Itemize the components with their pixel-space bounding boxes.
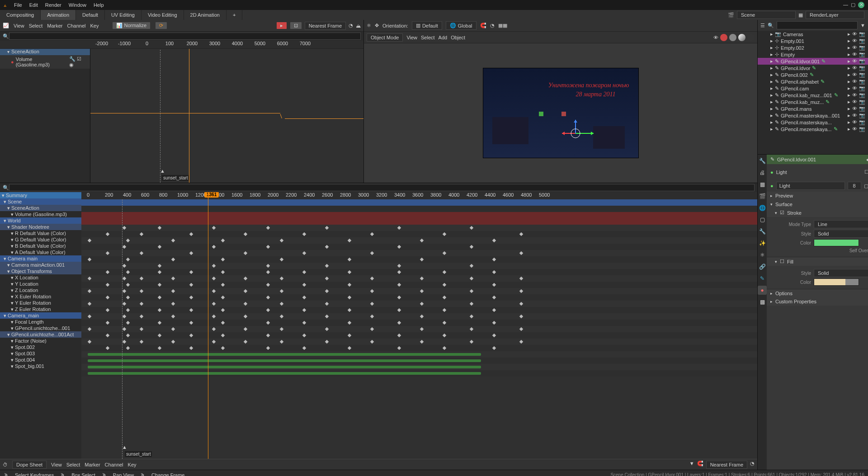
editor-type-icon[interactable]: ⏱ — [3, 462, 8, 467]
keyframe[interactable] — [123, 340, 126, 344]
track-row[interactable] — [81, 282, 757, 288]
outliner-item[interactable]: ▸✎GPencil.masterskaya...001▸👁📷 — [758, 112, 868, 119]
ds-channel[interactable]: ▾Focal Length — [0, 319, 81, 325]
proportional-icon[interactable]: ◔ — [490, 23, 495, 28]
panel-fill[interactable]: ▾☐ Fill — [767, 257, 868, 266]
keyframe[interactable] — [212, 245, 216, 249]
outliner-item[interactable]: ▸✎GPencil.mans▸👁📷 — [758, 105, 868, 112]
keyframe[interactable] — [88, 277, 91, 280]
maximize-icon[interactable]: ▢ — [851, 2, 855, 8]
outliner-item[interactable]: ▸⊹Empty.002▸👁📷 — [758, 44, 868, 51]
keyframe[interactable] — [244, 302, 247, 306]
keyframe[interactable] — [126, 346, 130, 350]
visibility-icon[interactable]: 👁 — [852, 45, 857, 51]
keyframe[interactable] — [106, 308, 109, 312]
restrict-select-icon[interactable]: ▸ — [848, 85, 850, 91]
keyframe[interactable] — [123, 315, 126, 318]
outliner-item[interactable]: ▸⊹Empty▸👁📷 — [758, 51, 868, 58]
ws-add[interactable]: + — [226, 10, 242, 20]
keyframe[interactable] — [397, 308, 401, 312]
track-row[interactable] — [81, 199, 757, 206]
ds-channel[interactable]: ▾SceneAction — [0, 205, 81, 211]
keyframe[interactable] — [158, 264, 161, 268]
keyframe[interactable] — [325, 226, 329, 230]
restrict-select-icon[interactable]: ▸ — [848, 72, 850, 78]
restrict-select-icon[interactable]: ▸ — [848, 79, 850, 85]
keyframe[interactable] — [244, 289, 247, 293]
editor-mode[interactable]: Dope Sheet — [12, 461, 47, 469]
keyframe[interactable] — [519, 340, 523, 344]
visibility-icon[interactable]: 👁 — [852, 58, 857, 64]
keyframe[interactable] — [420, 315, 424, 318]
keyframe[interactable] — [348, 346, 351, 350]
track-row[interactable] — [81, 250, 757, 256]
keyframe[interactable] — [126, 334, 130, 337]
keyframe[interactable] — [266, 346, 270, 350]
restrict-render-icon[interactable]: 📷 — [859, 126, 865, 132]
keyframe[interactable] — [189, 296, 193, 299]
track-row[interactable] — [81, 313, 757, 320]
snap-icon[interactable]: 🧲 — [480, 23, 486, 28]
keyframe[interactable] — [189, 251, 193, 255]
keyframe[interactable] — [420, 289, 424, 293]
outliner-search[interactable] — [777, 21, 858, 29]
fill-style-dropdown[interactable]: Solid — [814, 269, 868, 277]
keyframe[interactable] — [325, 327, 329, 331]
track-row[interactable] — [81, 320, 757, 326]
keyframe[interactable] — [123, 302, 126, 306]
track-row[interactable] — [81, 231, 757, 237]
keyframe[interactable] — [189, 270, 193, 274]
keyframe[interactable] — [519, 302, 523, 306]
track-row[interactable] — [81, 244, 757, 250]
ws-default[interactable]: Default — [76, 10, 105, 20]
marker-icon[interactable]: ▲ — [122, 444, 127, 450]
ws-2d[interactable]: 2D Animation — [184, 10, 226, 20]
keyframe[interactable] — [266, 321, 270, 325]
keyframe[interactable] — [420, 340, 424, 344]
track-row[interactable] — [81, 269, 757, 275]
keyframe[interactable] — [370, 251, 374, 255]
keyframe[interactable] — [212, 277, 216, 280]
restrict-render-icon[interactable]: 📷 — [859, 38, 865, 44]
track-row[interactable] — [81, 364, 757, 370]
restrict-render-icon[interactable]: 📷 — [859, 106, 865, 112]
keyframe[interactable] — [212, 289, 216, 293]
keyframe[interactable] — [158, 283, 161, 287]
keyframe[interactable] — [244, 327, 247, 331]
vp-menu-select[interactable]: Select — [421, 35, 435, 40]
keyframe[interactable] — [302, 232, 306, 236]
keyframe[interactable] — [302, 346, 306, 350]
menu-window[interactable]: Window — [69, 2, 86, 8]
track-row[interactable] — [81, 237, 757, 244]
prop-tab-texture[interactable]: ▩ — [758, 297, 767, 306]
stroke-style-dropdown[interactable]: Solid — [814, 230, 868, 238]
track-row[interactable] — [81, 275, 757, 282]
restrict-select-icon[interactable]: ▸ — [848, 38, 850, 44]
ds-menu-view[interactable]: View — [51, 462, 62, 467]
keyframe[interactable] — [158, 346, 161, 350]
ws-uv[interactable]: UV Editing — [105, 10, 142, 20]
ds-channel[interactable]: ▾R Default Value (Color) — [0, 230, 81, 236]
keyframe[interactable] — [325, 245, 329, 249]
keyframe[interactable] — [158, 226, 161, 230]
keyframe[interactable] — [492, 258, 496, 261]
mode-type-dropdown[interactable]: Line — [814, 220, 868, 228]
keyframe[interactable] — [106, 334, 109, 337]
outliner-item[interactable]: ▸✎GPencil.alphabet✎▸👁📷 — [758, 78, 868, 85]
restrict-render-icon[interactable]: 📷 — [859, 31, 865, 37]
vp-menu-view[interactable]: View — [406, 35, 417, 40]
track-row[interactable] — [81, 206, 757, 212]
keyframe[interactable] — [325, 264, 329, 268]
ds-channel[interactable]: ▾Spot.003 — [0, 350, 81, 357]
keyframe[interactable] — [244, 315, 247, 318]
prop-tab-fx[interactable]: ✨ — [758, 239, 767, 248]
track-row[interactable] — [81, 212, 757, 218]
visibility-icon[interactable]: 👁 — [852, 65, 857, 71]
keyframe[interactable] — [397, 346, 401, 350]
ds-channel[interactable]: ▾World — [0, 217, 81, 224]
keyframe[interactable] — [280, 239, 283, 242]
menu-render[interactable]: Render — [45, 2, 61, 8]
snap-mode[interactable]: Nearest Frame — [706, 461, 747, 469]
keyframe[interactable] — [348, 308, 351, 312]
keyframe[interactable] — [420, 277, 424, 280]
